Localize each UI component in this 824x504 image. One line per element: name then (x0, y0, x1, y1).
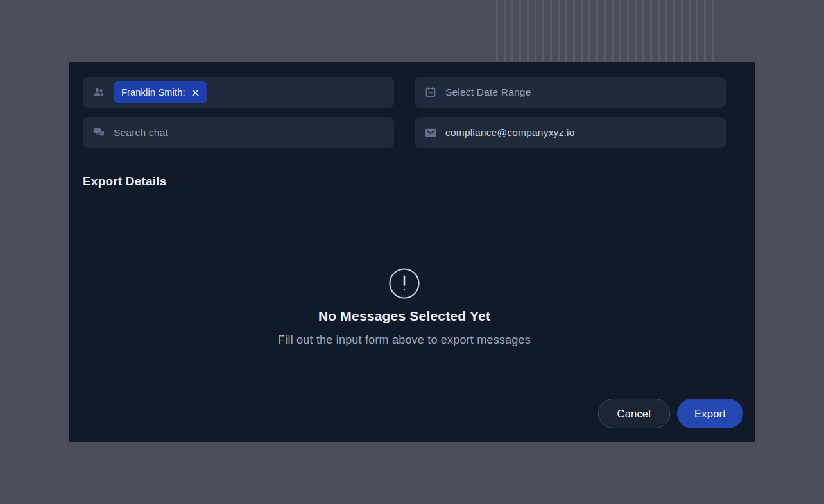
search-chat-input[interactable] (114, 127, 384, 139)
email-input[interactable] (445, 127, 716, 139)
export-form: Franklin Smith: Select Date Range (69, 62, 755, 148)
email-field[interactable] (415, 117, 726, 148)
users-icon (92, 86, 105, 99)
participants-field[interactable]: Franklin Smith: (83, 77, 394, 108)
chat-icon (92, 126, 105, 139)
cancel-button[interactable]: Cancel (598, 399, 671, 428)
modal-footer: Cancel Export (598, 399, 743, 428)
export-messages-modal: Franklin Smith: Select Date Range (69, 62, 755, 442)
export-button[interactable]: Export (677, 399, 743, 428)
alert-circle-icon (388, 267, 421, 300)
date-range-field[interactable]: Select Date Range (415, 77, 726, 108)
export-details-section: Export Details (83, 174, 726, 197)
date-range-placeholder: Select Date Range (445, 87, 531, 98)
decorative-stripes (496, 0, 714, 62)
mail-icon (424, 126, 437, 139)
empty-state-title: No Messages Selected Yet (318, 308, 490, 324)
calendar-icon (424, 86, 437, 99)
participant-chip-label: Franklin Smith: (121, 87, 185, 97)
remove-participant-icon[interactable] (191, 88, 200, 97)
empty-state: No Messages Selected Yet Fill out the in… (69, 267, 755, 347)
participant-chip[interactable]: Franklin Smith: (114, 81, 207, 103)
section-title: Export Details (83, 174, 726, 189)
empty-state-subtitle: Fill out the input form above to export … (278, 333, 531, 347)
search-chat-field[interactable] (83, 117, 394, 148)
